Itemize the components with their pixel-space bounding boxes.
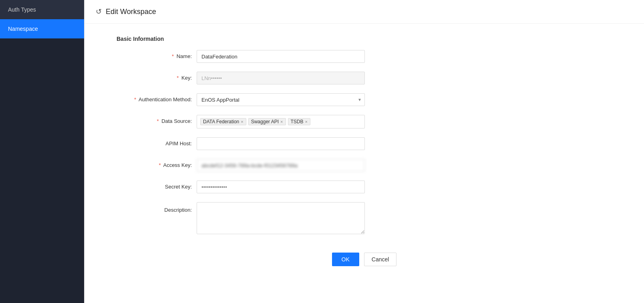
auth-method-select[interactable]: EnOS AppPortal OAuth2 Basic Auth: [197, 93, 365, 106]
auth-label: * Authentication Method:: [117, 93, 197, 106]
tag-tsdb-remove[interactable]: ×: [305, 120, 308, 124]
tag-tsdb-label: TSDB: [291, 119, 304, 124]
auth-select-wrapper: EnOS AppPortal OAuth2 Basic Auth ▾: [197, 93, 365, 106]
sidebar-item-namespace[interactable]: Namespace: [0, 19, 84, 38]
access-key-label: * Access Key:: [117, 159, 197, 172]
key-input: [197, 72, 365, 84]
secret-key-control: [197, 181, 365, 193]
key-label: * Key:: [117, 72, 197, 84]
required-star-key: *: [177, 75, 179, 81]
page-title: Edit Workspace: [106, 8, 156, 16]
form-row-auth: * Authentication Method: EnOS AppPortal …: [117, 93, 612, 106]
required-star-ds: *: [157, 118, 159, 124]
required-star-ak: *: [159, 162, 161, 168]
form-row-name: * Name:: [117, 50, 612, 63]
form-row-access-key: * Access Key:: [117, 159, 612, 172]
datasource-label: * Data Source:: [117, 115, 197, 128]
form-row-key: * Key:: [117, 72, 612, 84]
page-header: ↺ Edit Workspace: [85, 0, 644, 24]
secret-key-input[interactable]: [197, 181, 365, 193]
main-content: ↺ Edit Workspace Basic Information * Nam…: [84, 0, 644, 303]
auth-control: EnOS AppPortal OAuth2 Basic Auth ▾: [197, 93, 365, 106]
tag-swagger-label: Swagger API: [251, 119, 279, 124]
tags-input[interactable]: DATA Federation × Swagger API × TSDB ×: [197, 115, 365, 128]
tag-df-remove[interactable]: ×: [241, 120, 243, 124]
apim-label: APIM Host:: [117, 137, 197, 150]
apim-control: [197, 137, 365, 150]
access-key-input[interactable]: [197, 159, 365, 172]
form-row-secret-key: Secret Key:: [117, 181, 612, 193]
required-star: *: [172, 53, 174, 59]
access-key-control: [197, 159, 365, 172]
secret-key-label: Secret Key:: [117, 181, 197, 193]
description-textarea[interactable]: [197, 202, 365, 234]
tag-df: DATA Federation ×: [200, 118, 246, 125]
form-row-description: Description:: [117, 202, 612, 236]
sidebar: Auth Types Namespace: [0, 0, 84, 303]
tag-swagger: Swagger API ×: [248, 118, 286, 125]
form-container: Basic Information * Name: * Key:: [85, 24, 644, 303]
sidebar-item-auth-types[interactable]: Auth Types: [0, 0, 84, 19]
form-row-datasource: * Data Source: DATA Federation × Swagger…: [117, 115, 612, 128]
datasource-control: DATA Federation × Swagger API × TSDB ×: [197, 115, 365, 128]
apim-host-input[interactable]: [197, 137, 365, 150]
description-label: Description:: [117, 202, 197, 217]
key-control: [197, 72, 365, 84]
name-label: * Name:: [117, 50, 197, 63]
description-control: [197, 202, 365, 236]
tag-swagger-remove[interactable]: ×: [280, 120, 283, 124]
cancel-button[interactable]: Cancel: [364, 253, 397, 266]
tag-df-label: DATA Federation: [203, 119, 239, 124]
ok-button[interactable]: OK: [332, 253, 359, 266]
tag-tsdb: TSDB ×: [288, 118, 310, 125]
form-row-apim: APIM Host:: [117, 137, 612, 150]
required-star-auth: *: [134, 96, 136, 102]
form-footer: OK Cancel: [117, 245, 612, 278]
name-control: [197, 50, 365, 63]
back-icon[interactable]: ↺: [96, 7, 102, 16]
name-input[interactable]: [197, 50, 365, 63]
section-title: Basic Information: [117, 36, 612, 42]
